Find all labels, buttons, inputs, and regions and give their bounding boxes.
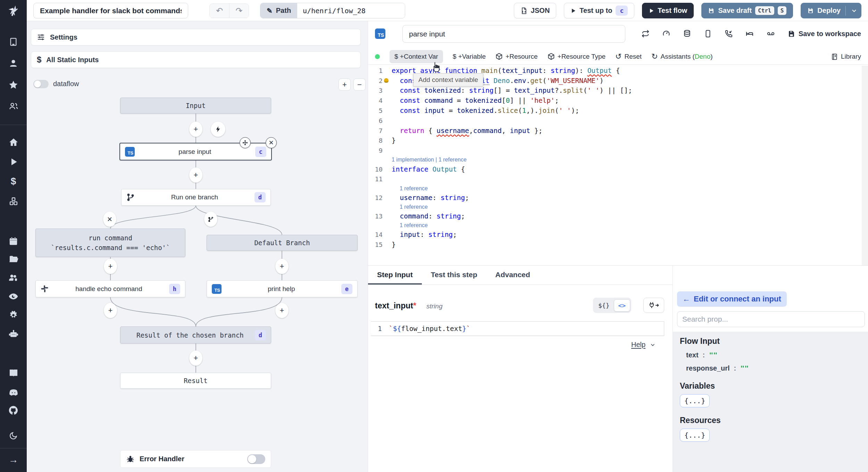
github-icon[interactable] <box>0 405 27 416</box>
mobile-icon[interactable] <box>704 30 712 38</box>
add-step-button[interactable]: + <box>104 259 117 274</box>
bed-icon[interactable] <box>745 30 754 38</box>
robot-icon[interactable] <box>0 328 27 340</box>
save-draft-button[interactable]: Save draft CtrlS <box>701 3 793 18</box>
calendar-icon[interactable] <box>0 235 27 247</box>
add-step-button[interactable]: + <box>275 259 289 274</box>
step-tabs: Step Input Test this step Advanced <box>368 266 673 285</box>
add-resource-button[interactable]: +Resource <box>495 53 537 60</box>
reset-button[interactable]: ↺Reset <box>615 52 642 61</box>
step-bottom-section: Step Input Test this step Advanced text_… <box>368 265 868 472</box>
chevron-down-icon <box>650 342 656 348</box>
gear-icon[interactable] <box>0 309 27 321</box>
add-step-button[interactable]: + <box>189 167 202 183</box>
move-node-button[interactable] <box>240 137 251 148</box>
building-icon[interactable] <box>0 36 27 47</box>
add-context-var-button[interactable]: $ +Context Var <box>390 50 443 63</box>
plug-arrow-icon <box>648 301 660 309</box>
tooltip: Add context variable <box>413 73 483 86</box>
top-bar: ↶ ↷ ✎Path u/henri/flow_28 JSON Test up t… <box>27 0 868 21</box>
arrow-right-icon[interactable]: → <box>0 454 27 465</box>
resources-title: Resources <box>680 416 861 425</box>
windmill-flow-editor: $ → ↶ ↷ ✎Path u/henri/flow_28 JSON <box>0 0 868 472</box>
save-to-workspace-button[interactable]: Save to workspace <box>788 30 861 38</box>
status-green-dot <box>375 54 380 59</box>
search-prop-input[interactable] <box>677 311 865 327</box>
kbd-s: S <box>778 6 787 15</box>
repeat-icon[interactable] <box>641 30 650 38</box>
test-up-to-button[interactable]: Test up to c <box>564 3 634 18</box>
field-name: text_input* <box>375 301 416 310</box>
step-name-input[interactable] <box>402 25 625 43</box>
tab-step-input[interactable]: Step Input <box>368 266 422 284</box>
code-mode-option[interactable]: <> <box>614 299 631 312</box>
add-branch-button[interactable] <box>204 212 217 227</box>
assistants-button[interactable]: ↻Assistants (Deno) <box>651 52 712 61</box>
dollar-icon[interactable]: $ <box>0 175 27 187</box>
resources-expand-chip[interactable]: {...} <box>680 429 710 442</box>
play-icon[interactable] <box>0 156 27 167</box>
add-step-button[interactable]: + <box>189 350 202 366</box>
add-resource-type-button[interactable]: +Resource Type <box>548 53 606 60</box>
eye-icon[interactable] <box>0 291 27 302</box>
prop-picker: Flow Input text : "" response_url : "" V… <box>673 332 868 472</box>
discord-icon[interactable] <box>0 387 27 398</box>
package-icon <box>495 53 503 60</box>
branch-add-icon <box>208 216 214 223</box>
tab-test-this-step[interactable]: Test this step <box>422 266 486 284</box>
typescript-icon: TS <box>375 28 385 39</box>
save-icon <box>788 30 795 38</box>
undo-button[interactable]: ↶ <box>210 4 229 18</box>
flow-title-input[interactable] <box>33 3 188 18</box>
arrow-left-icon: ← <box>683 295 690 304</box>
library-button[interactable]: Library <box>831 49 861 65</box>
tab-advanced[interactable]: Advanced <box>486 266 539 284</box>
sidebar-divider <box>0 125 27 125</box>
code-lines[interactable]: 1export async function main(text_input: … <box>368 66 861 250</box>
user-icon[interactable] <box>0 58 27 69</box>
remove-branch-button[interactable]: ✕ <box>103 212 116 227</box>
add-variable-button[interactable]: $ +Variable <box>453 53 486 60</box>
connect-input-panel: ← Edit or connect an input Flow Input te… <box>673 266 868 472</box>
connect-input-button[interactable] <box>643 298 664 313</box>
folder-icon[interactable] <box>0 254 27 265</box>
trigger-bolt-button[interactable] <box>211 122 225 137</box>
home-icon[interactable] <box>0 137 27 148</box>
windmill-logo-icon[interactable] <box>0 3 27 19</box>
library-icon <box>831 53 838 60</box>
variables-expand-chip[interactable]: {...} <box>680 394 710 407</box>
template-mode-option[interactable]: ${} <box>594 300 614 311</box>
prop-row-response-url[interactable]: response_url : "" <box>686 364 861 372</box>
gauge-icon[interactable] <box>662 30 670 38</box>
cubes-icon[interactable] <box>0 196 27 207</box>
add-step-button[interactable]: + <box>189 122 202 137</box>
phone-incoming-icon[interactable] <box>725 30 733 38</box>
expr-editor[interactable]: 1 `${flow_input.text}` <box>371 321 664 336</box>
help-link[interactable]: Help <box>631 341 656 349</box>
users-gear-icon[interactable] <box>0 272 27 284</box>
path-value-input[interactable]: u/henri/flow_28 <box>297 3 405 18</box>
pencil-icon: ✎ <box>267 7 273 15</box>
edit-or-connect-button[interactable]: ← Edit or connect an input <box>677 291 787 307</box>
deploy-button[interactable]: Deploy <box>801 3 861 18</box>
star-icon[interactable] <box>0 79 27 90</box>
prop-row-text[interactable]: text : "" <box>686 351 861 359</box>
redo-button[interactable]: ↷ <box>229 4 249 18</box>
chevron-down-icon[interactable] <box>851 7 858 14</box>
users-icon[interactable] <box>0 101 27 112</box>
expr-code[interactable]: `${flow_input.text}` <box>389 325 470 333</box>
voicemail-icon[interactable] <box>766 30 775 38</box>
moon-icon[interactable] <box>0 430 27 441</box>
flow-edges <box>27 21 368 472</box>
kbd-ctrl: Ctrl <box>755 6 774 15</box>
delete-node-button[interactable]: ✕ <box>266 137 277 148</box>
editor-scrollbar[interactable] <box>862 66 868 265</box>
book-icon[interactable] <box>0 367 27 379</box>
test-flow-button[interactable]: Test flow <box>642 3 694 18</box>
add-step-button[interactable]: + <box>275 303 289 318</box>
move-icon <box>242 140 248 146</box>
add-step-button[interactable]: + <box>104 303 117 318</box>
database-icon[interactable] <box>683 30 691 38</box>
path-chip[interactable]: ✎Path u/henri/flow_28 <box>260 3 405 18</box>
json-button[interactable]: JSON <box>514 3 556 18</box>
